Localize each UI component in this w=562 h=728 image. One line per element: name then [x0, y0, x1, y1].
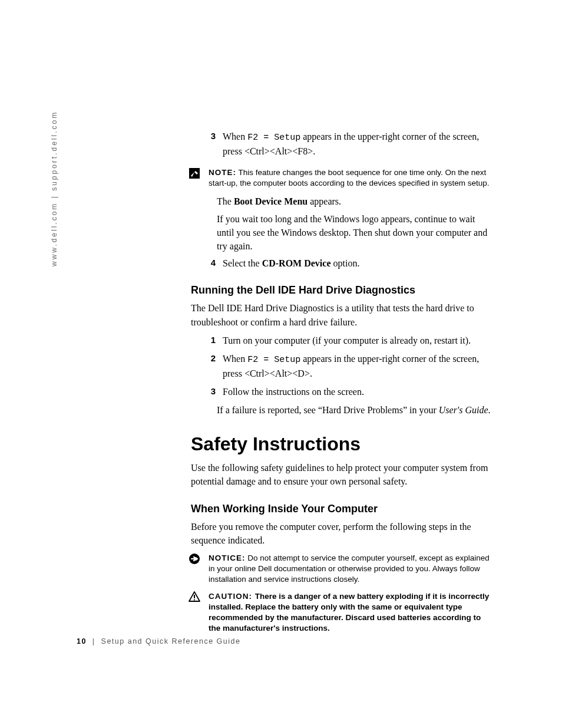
diag-step-2: 2 When F2 = Setup appears in the upper-r…: [197, 352, 491, 380]
page-number: 10: [77, 637, 87, 645]
diag-step-1: 1 Turn on your computer (if your compute…: [197, 334, 491, 347]
caution-callout: CAUTION: There is a danger of a new batt…: [189, 591, 491, 634]
mono-text: F2 = Setup: [247, 355, 300, 365]
caution-label: CAUTION:: [209, 592, 255, 601]
step-number: 2: [197, 352, 223, 380]
step-3-extra-1: The Boot Device Menu appears.: [217, 195, 491, 208]
italic-text: User's Guide: [439, 405, 488, 415]
svg-point-3: [194, 599, 195, 600]
notice-label: NOTICE:: [209, 554, 246, 562]
text: .: [488, 405, 491, 415]
caution-body: CAUTION: There is a danger of a new batt…: [209, 591, 491, 634]
caution-icon: [189, 591, 200, 634]
sidebar-url: www.dell.com | support.dell.com: [50, 111, 58, 266]
bold-text: CD-ROM Device: [262, 258, 331, 268]
text: Select the: [223, 258, 262, 268]
intro-diagnostics: The Dell IDE Hard Drive Diagnostics is a…: [191, 301, 491, 328]
heading-working-inside: When Working Inside Your Computer: [191, 503, 491, 515]
note-label: NOTE:: [209, 168, 236, 177]
step-number: 3: [197, 130, 223, 162]
step-4: 4 Select the CD-ROM Device option.: [197, 256, 491, 270]
bold-text: Boot Device Menu: [234, 196, 308, 206]
notice-body: NOTICE: Do not attempt to service the co…: [209, 553, 491, 585]
note-icon: [189, 167, 200, 189]
notice-icon: [189, 553, 200, 585]
step-body: When F2 = Setup appears in the upper-rig…: [223, 352, 491, 380]
step-number: 1: [197, 334, 223, 347]
notice-text: Do not attempt to service the computer y…: [209, 554, 490, 584]
step-number: 3: [197, 385, 223, 398]
step-3: 3 When F2 = Setup appears in the upper-r…: [197, 130, 491, 162]
note-body: NOTE: This feature changes the boot sequ…: [209, 167, 491, 189]
step-body: Follow the instructions on the screen.: [223, 385, 491, 398]
step-3-extra-2: If you wait too long and the Windows log…: [217, 212, 491, 253]
page-footer: 10 | Setup and Quick Reference Guide: [77, 637, 240, 645]
text: option.: [330, 258, 359, 268]
intro-safety: Use the following safety guidelines to h…: [191, 461, 491, 488]
note-callout: NOTE: This feature changes the boot sequ…: [189, 167, 491, 189]
step-body: When F2 = Setup appears in the upper-rig…: [223, 130, 491, 162]
step-number: 4: [197, 256, 223, 270]
text: When: [223, 354, 247, 364]
diag-step-3: 3 Follow the instructions on the screen.: [197, 385, 491, 398]
footer-title: Setup and Quick Reference Guide: [101, 637, 241, 645]
heading-diagnostics: Running the Dell IDE Hard Drive Diagnost…: [191, 284, 491, 297]
text: appears.: [308, 196, 341, 206]
intro-working-inside: Before you remove the computer cover, pe…: [191, 520, 491, 547]
note-text: This feature changes the boot sequence f…: [209, 168, 490, 187]
text: When: [223, 131, 247, 141]
page-content: 3 When F2 = Setup appears in the upper-r…: [191, 130, 491, 640]
footer-sep: |: [90, 637, 101, 645]
svg-rect-0: [189, 168, 200, 179]
diag-tail: If a failure is reported, see “Hard Driv…: [217, 403, 491, 417]
heading-safety: Safety Instructions: [191, 433, 491, 455]
text: The: [217, 196, 234, 206]
text: If a failure is reported, see “Hard Driv…: [217, 405, 439, 415]
mono-text: F2 = Setup: [247, 133, 300, 143]
notice-callout: NOTICE: Do not attempt to service the co…: [189, 553, 491, 585]
step-body: Turn on your computer (if your computer …: [223, 334, 491, 347]
step-body: Select the CD-ROM Device option.: [223, 256, 491, 270]
